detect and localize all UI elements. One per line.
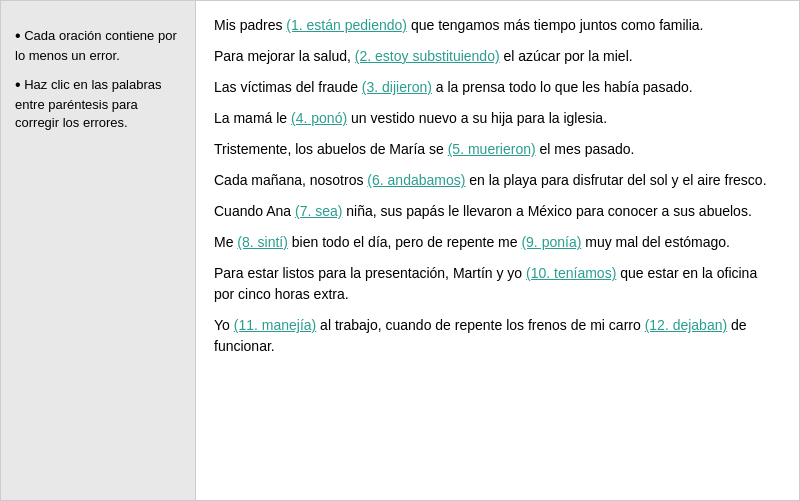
clickable-word-8[interactable]: (9. ponía) — [521, 234, 581, 250]
clickable-word-4[interactable]: (4. ponó) — [291, 110, 347, 126]
plain-text-2: el azúcar por la miel. — [500, 48, 633, 64]
clickable-word-1[interactable]: (1. están pediendo) — [286, 17, 407, 33]
plain-text-1: Mis padres — [214, 17, 286, 33]
plain-text-5: el mes pasado. — [536, 141, 635, 157]
app-container: • Cada oración contiene por lo menos un … — [0, 0, 800, 501]
plain-text-8: muy mal del estómago. — [581, 234, 730, 250]
sidebar-item-2: • Haz clic en las palabras entre parénte… — [15, 74, 181, 133]
sentence-6: Cada mañana, nosotros (6. andabamos) en … — [214, 170, 781, 191]
sentence-8: Me (8. sintí) bien todo el día, pero de … — [214, 232, 781, 253]
plain-text-6: Cada mañana, nosotros — [214, 172, 367, 188]
sentence-7: Cuando Ana (7. sea) niña, sus papás le l… — [214, 201, 781, 222]
plain-text-5: Tristemente, los abuelos de María se — [214, 141, 448, 157]
sentence-5: Tristemente, los abuelos de María se (5.… — [214, 139, 781, 160]
plain-text-7: Cuando Ana — [214, 203, 295, 219]
plain-text-3: Las víctimas del fraude — [214, 79, 362, 95]
clickable-word-6[interactable]: (6. andabamos) — [367, 172, 465, 188]
plain-text-4: un vestido nuevo a su hija para la igles… — [347, 110, 607, 126]
bullet-1: • — [15, 27, 21, 44]
clickable-word-2[interactable]: (2. estoy substituiendo) — [355, 48, 500, 64]
plain-text-7: niña, sus papás le llevaron a México par… — [342, 203, 751, 219]
plain-text-8: bien todo el día, pero de repente me — [288, 234, 522, 250]
plain-text-2: Para mejorar la salud, — [214, 48, 355, 64]
plain-text-10: Yo — [214, 317, 234, 333]
sentence-4: La mamá le (4. ponó) un vestido nuevo a … — [214, 108, 781, 129]
sentence-3: Las víctimas del fraude (3. dijieron) a … — [214, 77, 781, 98]
main-content: Mis padres (1. están pediendo) que tenga… — [196, 1, 799, 500]
plain-text-3: a la prensa todo lo que les había pasado… — [432, 79, 693, 95]
clickable-word-7[interactable]: (7. sea) — [295, 203, 342, 219]
sentence-9: Para estar listos para la presentación, … — [214, 263, 781, 305]
clickable-word-9[interactable]: (10. teníamos) — [526, 265, 616, 281]
sidebar: • Cada oración contiene por lo menos un … — [1, 1, 196, 500]
sidebar-text-1: Cada oración contiene por lo menos un er… — [15, 28, 177, 64]
plain-text-8: Me — [214, 234, 237, 250]
plain-text-9: Para estar listos para la presentación, … — [214, 265, 526, 281]
clickable-word-10[interactable]: (12. dejaban) — [645, 317, 728, 333]
clickable-word-8[interactable]: (8. sintí) — [237, 234, 288, 250]
plain-text-10: al trabajo, cuando de repente los frenos… — [316, 317, 644, 333]
bullet-2: • — [15, 76, 21, 93]
sidebar-item-1: • Cada oración contiene por lo menos un … — [15, 25, 181, 66]
plain-text-1: que tengamos más tiempo juntos como fami… — [407, 17, 703, 33]
sentence-1: Mis padres (1. están pediendo) que tenga… — [214, 15, 781, 36]
plain-text-6: en la playa para disfrutar del sol y el … — [465, 172, 766, 188]
sentence-10: Yo (11. manejía) al trabajo, cuando de r… — [214, 315, 781, 357]
sidebar-text-2: Haz clic en las palabras entre paréntesi… — [15, 76, 162, 130]
sentence-2: Para mejorar la salud, (2. estoy substit… — [214, 46, 781, 67]
clickable-word-5[interactable]: (5. muerieron) — [448, 141, 536, 157]
clickable-word-10[interactable]: (11. manejía) — [234, 317, 316, 333]
plain-text-4: La mamá le — [214, 110, 291, 126]
clickable-word-3[interactable]: (3. dijieron) — [362, 79, 432, 95]
